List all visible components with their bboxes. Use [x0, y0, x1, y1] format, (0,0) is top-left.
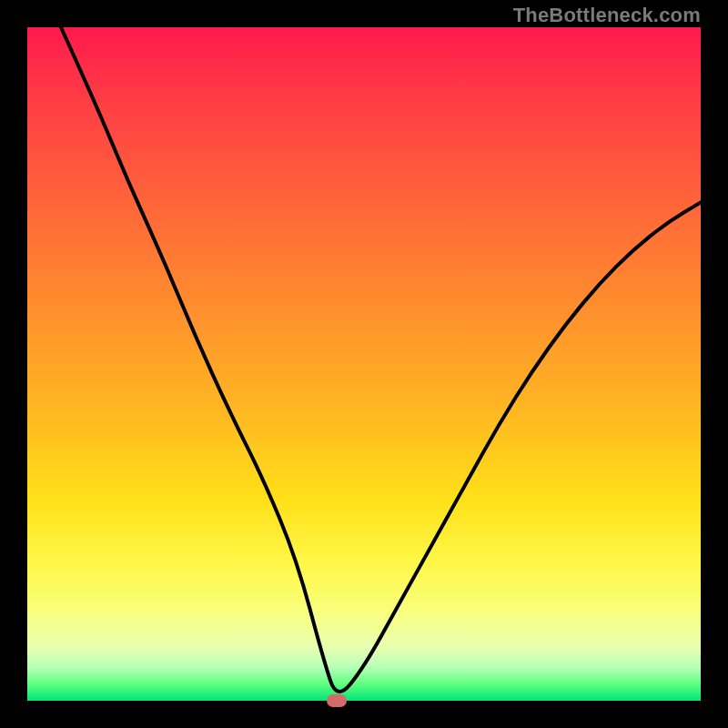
- minimum-marker: [327, 694, 347, 707]
- plot-area: [27, 27, 701, 701]
- bottleneck-curve: [27, 27, 701, 701]
- chart-frame: TheBottleneck.com: [0, 0, 728, 728]
- watermark-text: TheBottleneck.com: [513, 4, 701, 27]
